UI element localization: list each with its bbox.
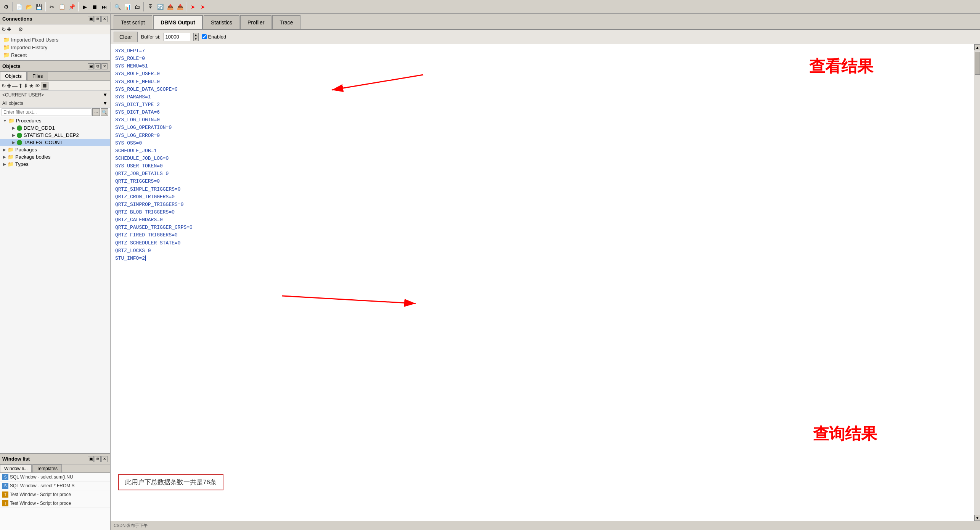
tree-proc-stats[interactable]: ▶ STATISTICS_ALL_DEP2 (0, 132, 110, 139)
toolbar-sep-3 (78, 2, 79, 11)
all-objects-bar[interactable]: All objects ▼ (0, 99, 110, 108)
output-line: SYS_MENU=51 (115, 63, 975, 70)
all-objects-label: All objects (2, 101, 23, 106)
obj-refresh-btn[interactable]: ↻ (2, 83, 6, 89)
objects-close-btn[interactable]: ✕ (101, 63, 108, 69)
toolbar-icon-new[interactable]: 📄 (14, 2, 24, 11)
filter-dots-btn[interactable]: ··· (92, 108, 100, 116)
tab-test-script[interactable]: Test script (114, 15, 152, 29)
conn-settings-btn[interactable]: ⚙ (18, 26, 23, 32)
buffer-size-input[interactable] (164, 33, 190, 41)
proc-tables-label: TABLES_COUNT (24, 140, 63, 145)
objects-float-btn[interactable]: ⧉ (95, 63, 101, 69)
tab-objects[interactable]: Objects (0, 72, 27, 80)
obj-grid-btn[interactable]: ▦ (41, 82, 48, 90)
vertical-scrollbar[interactable]: ▲ ▼ (974, 44, 980, 521)
wl-item-2[interactable]: S SQL Window - select * FROM S (0, 482, 110, 490)
obj-add-btn[interactable]: ✚ (7, 83, 11, 89)
objects-panel: Objects ▣ ⧉ ✕ Objects Files ↻ ✚ — ⬆ ⬇ ★ … (0, 61, 110, 454)
conn-tree-item-fixed-users[interactable]: 📁 Imported Fixed Users (2, 36, 108, 43)
conn-refresh-btn[interactable]: ↻ (2, 26, 6, 32)
scroll-arrow-down[interactable]: ▼ (974, 515, 980, 521)
filter-search-btn[interactable]: 🔍 (101, 108, 108, 116)
output-line: QRTZ_CALENDARS=0 (115, 216, 975, 224)
tab-files[interactable]: Files (27, 72, 48, 80)
output-line: SYS_DEPT=7 (115, 47, 975, 55)
connections-tree: 📁 Imported Fixed Users 📁 Imported Histor… (0, 34, 110, 60)
tab-templates[interactable]: Templates (32, 464, 62, 472)
tree-packages-folder[interactable]: ▶ 📁 Packages (0, 146, 110, 153)
toolbar-icon-step[interactable]: ⏭ (100, 2, 109, 11)
conn-add-btn[interactable]: ✚ (7, 26, 11, 32)
toolbar-icon-table[interactable]: 📊 (123, 2, 132, 11)
buffer-spinner: ▲ ▼ (193, 33, 199, 41)
tree-proc-demo[interactable]: ▶ DEMO_CDD1 (0, 124, 110, 132)
current-user-bar[interactable]: <CURRENT USER> ▼ (0, 91, 110, 99)
proc-icon-demo (17, 125, 22, 131)
tree-proc-tables-count[interactable]: ▶ TABLES_COUNT (0, 139, 110, 146)
toolbar-icon-red-arrow[interactable]: ➤ (188, 2, 198, 11)
connections-toolbar: ↻ ✚ — ⚙ (0, 24, 110, 34)
spinner-up[interactable]: ▲ (193, 33, 199, 37)
toolbar-icon-stop[interactable]: ⏹ (90, 2, 99, 11)
scroll-thumb[interactable] (975, 52, 980, 75)
output-line: SYS_ROLE_DATA_SCOPE=0 (115, 86, 975, 93)
conn-remove-btn[interactable]: — (12, 26, 18, 32)
toolbar-icon-red-arrow2[interactable]: ➤ (198, 2, 207, 11)
connections-close-btn[interactable]: ✕ (101, 16, 108, 22)
filter-input[interactable] (2, 108, 92, 116)
toolbar-sep-4 (111, 2, 111, 11)
wl-close-btn[interactable]: ✕ (101, 456, 108, 462)
conn-tree-item-recent[interactable]: 📁 Recent (2, 51, 108, 59)
wl-item-1[interactable]: S SQL Window - select sum(t.NU (0, 473, 110, 482)
output-line: SCHEDULE_JOB=1 (115, 147, 975, 155)
conn-tree-item-history[interactable]: 📁 Imported History (2, 43, 108, 51)
spinner-down[interactable]: ▼ (193, 37, 199, 41)
toolbar-icon-save[interactable]: 💾 (34, 2, 43, 11)
connections-minimize-btn[interactable]: ▣ (88, 16, 94, 22)
tab-profiler[interactable]: Profiler (240, 15, 272, 29)
wl-item-4[interactable]: T Test Window - Script for proce (0, 499, 110, 508)
toolbar-icon-refresh[interactable]: 🔄 (156, 2, 165, 11)
tab-trace[interactable]: Trace (272, 15, 300, 29)
toolbar-icon-search[interactable]: 🔍 (113, 2, 122, 11)
wl-item-3[interactable]: T Test Window - Script for proce (0, 490, 110, 499)
toolbar-icon-schema[interactable]: 🗂 (133, 2, 142, 11)
output-text-area[interactable]: SYS_DEPT=7SYS_ROLE=0SYS_MENU=51SYS_ROLE_… (111, 44, 980, 521)
tree-procedures-folder[interactable]: ▼ 📁 Procedures (0, 117, 110, 124)
tree-types-folder[interactable]: ▶ 📁 Types (0, 161, 110, 168)
toolbar-icon-export[interactable]: 📤 (165, 2, 175, 11)
window-list-title: Window list (2, 456, 30, 462)
obj-up-btn[interactable]: ⬆ (18, 83, 23, 89)
clear-button[interactable]: Clear (114, 32, 138, 42)
obj-remove-btn[interactable]: — (12, 83, 18, 89)
window-list-header: Window list ▣ ⧉ ✕ (0, 454, 110, 464)
tab-statistics[interactable]: Statistics (204, 15, 239, 29)
tab-dbms-output[interactable]: DBMS Output (153, 15, 203, 29)
toolbar-icon-db[interactable]: 🗄 (146, 2, 155, 11)
toolbar-icon-copy[interactable]: 📋 (57, 2, 66, 11)
toolbar-icon-run[interactable]: ▶ (80, 2, 89, 11)
tree-package-bodies-folder[interactable]: ▶ 📁 Package bodies (0, 153, 110, 161)
toolbar-icon-settings[interactable]: ⚙ (2, 2, 11, 11)
toolbar-icon-open[interactable]: 📂 (24, 2, 34, 11)
obj-eye-btn[interactable]: 👁 (35, 83, 40, 89)
connections-float-btn[interactable]: ⧉ (95, 16, 101, 22)
output-line: SYS_USER_TOKEN=0 (115, 162, 975, 170)
toolbar-icon-paste[interactable]: 📌 (67, 2, 76, 11)
wl-minimize-btn[interactable]: ▣ (88, 456, 94, 462)
obj-down-btn[interactable]: ⬇ (24, 83, 28, 89)
output-line: SYS_OSS=0 (115, 140, 975, 147)
enabled-label: Enabled (208, 34, 227, 40)
toolbar-icon-cut[interactable]: ✂ (47, 2, 56, 11)
output-line: QRTZ_LOCKS=0 (115, 247, 975, 255)
connections-panel: Connections ▣ ⧉ ✕ ↻ ✚ — ⚙ 📁 Imported Fix… (0, 14, 110, 61)
toolbar-icon-import[interactable]: 📥 (175, 2, 185, 11)
enabled-checkbox[interactable] (202, 34, 207, 39)
obj-star-btn[interactable]: ★ (29, 83, 34, 89)
all-objects-chevron: ▼ (103, 100, 108, 106)
wl-float-btn[interactable]: ⧉ (95, 456, 101, 462)
objects-minimize-btn[interactable]: ▣ (88, 63, 94, 69)
scroll-arrow-up[interactable]: ▲ (974, 44, 980, 50)
tab-window-list[interactable]: Window li... (0, 464, 32, 472)
